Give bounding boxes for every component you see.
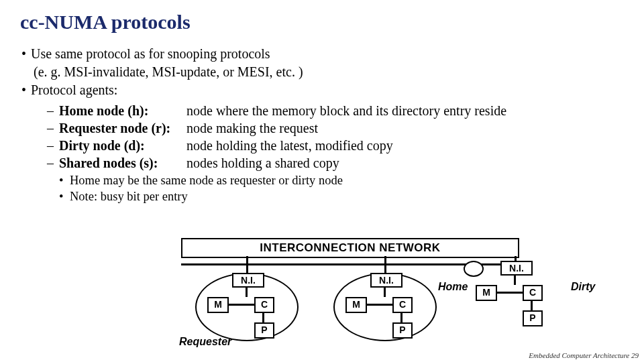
label-home: Home bbox=[438, 281, 468, 293]
dash-icon: – bbox=[47, 120, 59, 137]
agent-term: Dirty node (d): bbox=[59, 137, 186, 154]
dash-icon: – bbox=[47, 137, 59, 154]
c-box: C bbox=[392, 297, 413, 313]
wire bbox=[246, 286, 248, 297]
bullet-1: •Use same protocol as for snooping proto… bbox=[21, 46, 625, 62]
agent-row-shared: – Shared nodes (s): nodes holding a shar… bbox=[47, 155, 625, 172]
node-home: N.I. M C P bbox=[333, 273, 437, 341]
node-requester: N.I. M C P bbox=[195, 273, 299, 341]
c-box: C bbox=[254, 297, 274, 313]
m-box: M bbox=[207, 297, 229, 313]
dash-icon: – bbox=[47, 103, 59, 119]
wire bbox=[384, 264, 386, 274]
m-box: M bbox=[345, 297, 367, 313]
interconnection-network-box: INTERCONNECTION NETWORK bbox=[181, 238, 519, 258]
agent-row-dirty: – Dirty node (d): node holding the lates… bbox=[47, 137, 625, 154]
wire bbox=[246, 264, 248, 274]
agents-list: – Home node (h): node where the memory b… bbox=[47, 103, 625, 172]
bullet-list: •Use same protocol as for snooping proto… bbox=[21, 46, 625, 204]
bullet-1-sub: (e. g. MSI-invalidate, MSI-update, or ME… bbox=[34, 64, 625, 80]
ni-box: N.I. bbox=[500, 261, 533, 276]
agent-term: Requester node (r): bbox=[59, 120, 186, 137]
bullet-dot: • bbox=[21, 46, 31, 62]
label-dirty: Dirty bbox=[571, 281, 595, 293]
c-box: C bbox=[523, 285, 543, 301]
agent-desc: nodes holding a shared copy bbox=[186, 155, 339, 172]
agent-desc: node making the request bbox=[186, 120, 318, 137]
bullet-2-text: Protocol agents: bbox=[31, 82, 117, 97]
footer-text: Embedded Computer Architecture bbox=[529, 351, 629, 359]
p-box: P bbox=[254, 322, 274, 339]
dash-icon: – bbox=[47, 155, 59, 172]
agent-term: Home node (h): bbox=[59, 103, 186, 119]
node-dirty: N.I. M C P bbox=[464, 261, 484, 277]
agent-desc: node holding the latest, modified copy bbox=[186, 137, 393, 154]
slide-title: cc-NUMA protocols bbox=[20, 11, 625, 34]
note-1: •Home may be the same node as requester … bbox=[59, 173, 625, 188]
agent-row-requester: – Requester node (r): node making the re… bbox=[47, 120, 625, 137]
slide: cc-NUMA protocols •Use same protocol as … bbox=[0, 0, 644, 362]
ni-box: N.I. bbox=[232, 273, 264, 288]
note-2-text: Note: busy bit per entry bbox=[70, 190, 188, 203]
agent-row-home: – Home node (h): node where the memory b… bbox=[47, 103, 625, 119]
bullet-1-text: Use same protocol as for snooping protoc… bbox=[31, 46, 270, 61]
footer-page: 29 bbox=[631, 351, 639, 359]
footer: Embedded Computer Architecture 29 bbox=[529, 351, 639, 359]
m-box: M bbox=[476, 285, 497, 301]
wire bbox=[496, 292, 524, 294]
wire bbox=[514, 274, 516, 285]
note-2: •Note: busy bit per entry bbox=[59, 189, 625, 204]
wire bbox=[531, 300, 533, 310]
bullet-dot: • bbox=[59, 189, 70, 204]
wire bbox=[366, 304, 394, 306]
p-box: P bbox=[523, 310, 543, 326]
wire bbox=[400, 312, 402, 322]
bullet-2: •Protocol agents: bbox=[21, 82, 625, 99]
notes-list: •Home may be the same node as requester … bbox=[59, 173, 625, 204]
agent-term: Shared nodes (s): bbox=[59, 155, 186, 172]
agent-desc: node where the memory block and its dire… bbox=[186, 103, 506, 119]
wire bbox=[384, 286, 386, 297]
bullet-dot: • bbox=[21, 82, 31, 99]
p-box: P bbox=[392, 322, 413, 339]
wire bbox=[262, 312, 264, 322]
label-requester: Requester bbox=[179, 336, 231, 348]
note-1-text: Home may be the same node as requester o… bbox=[70, 174, 343, 187]
wire bbox=[227, 304, 256, 306]
ni-box: N.I. bbox=[370, 273, 402, 288]
bullet-dot: • bbox=[59, 173, 70, 188]
